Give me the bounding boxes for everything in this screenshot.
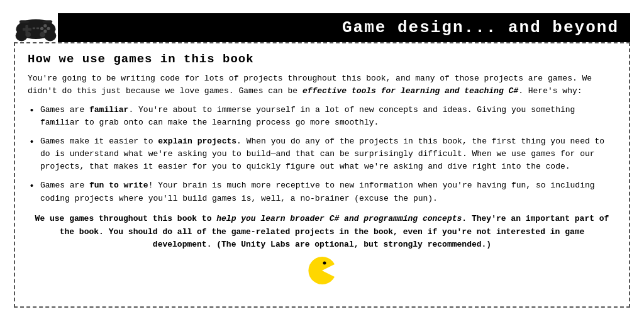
intro-end: . Here's why: [518, 86, 582, 96]
bullet-bold-2: explain projects [158, 137, 236, 146]
svg-point-8 [40, 26, 43, 30]
svg-point-6 [47, 26, 50, 30]
bullet-text-before-3: Games are [40, 181, 89, 190]
controller-icon [14, 12, 58, 43]
title-text: Game design... and beyond [342, 18, 619, 37]
bullet-text-before-1: Games are [40, 105, 89, 115]
page-container: Game design... and beyond How we use gam… [14, 12, 630, 308]
intro-paragraph: You're going to be writing code for lots… [28, 72, 616, 98]
list-item: Games make it easier to explain projects… [28, 135, 616, 173]
summary-paragraph: We use games throughout this book to hel… [28, 213, 616, 252]
svg-rect-12 [43, 20, 53, 23]
svg-rect-9 [33, 27, 35, 29]
intro-bold: effective tools for learning and teachin… [303, 86, 518, 96]
list-item: Games are familiar. You're about to imme… [28, 104, 616, 129]
summary-italic-text: help you learn broader C# and programmin… [216, 214, 462, 223]
pacman-container [28, 255, 616, 289]
summary-italic: help you learn broader C# and programmin… [216, 214, 462, 223]
bullet-list: Games are familiar. You're about to imme… [28, 104, 616, 205]
summary-bold-start: We use games throughout this book to [35, 214, 217, 223]
svg-point-13 [25, 31, 31, 37]
svg-point-5 [43, 24, 47, 27]
bullet-bold-1: familiar [89, 105, 128, 115]
content-box: How we use games in this book You're goi… [14, 42, 630, 308]
pacman-icon [307, 255, 337, 286]
svg-rect-10 [36, 27, 39, 29]
section-heading-text: How we use games in this book [28, 52, 254, 66]
svg-point-14 [40, 31, 45, 37]
title-banner: Game design... and beyond [58, 13, 630, 42]
header-area: Game design... and beyond [14, 12, 630, 43]
section-heading: How we use games in this book [28, 52, 616, 66]
svg-rect-11 [19, 20, 30, 23]
svg-point-15 [323, 262, 326, 265]
bullet-text-before-2: Games make it easier to [40, 137, 158, 146]
bullet-bold-3: fun to write [89, 181, 148, 190]
list-item: Games are fun to write! Your brain is mu… [28, 179, 616, 204]
